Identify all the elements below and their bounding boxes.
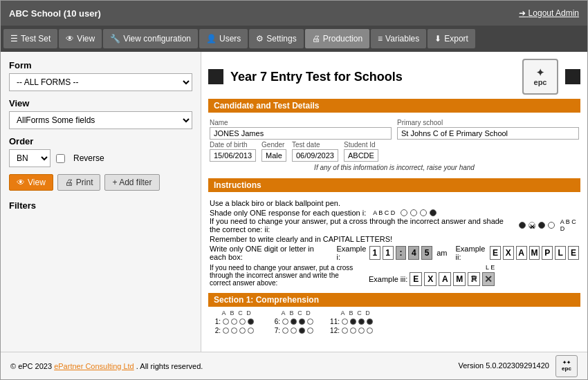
footer-left: © ePC 2023 ePartner Consulting Ltd . All…	[10, 362, 203, 370]
q2-num: 2:	[208, 327, 221, 334]
bubbles-i	[401, 209, 437, 216]
ex2-a: A	[516, 246, 527, 260]
am-text: am	[437, 249, 447, 257]
q1-num: 1:	[208, 318, 221, 325]
student-id-label: Student Id	[344, 141, 378, 149]
example-i-row: Write only ONE digit or letter in each b…	[210, 245, 579, 261]
nav-users[interactable]: 👤 Users	[199, 29, 248, 48]
ex2-x: X	[503, 246, 514, 260]
q11-b	[350, 319, 356, 325]
bubbles-ii: ✕	[519, 222, 555, 229]
gender-label: Gender	[261, 141, 286, 149]
nav-export[interactable]: ⬇ Export	[428, 29, 475, 48]
order-select[interactable]: BN	[9, 149, 50, 167]
content-area: Form -- ALL FORMS -- View AllForms Some …	[1, 52, 587, 352]
q1-c	[239, 319, 246, 325]
nav-bar: ☰ Test Set 👁 View 🔧 View configuration 👤…	[1, 26, 587, 52]
ex2-e: E	[490, 246, 501, 260]
candidate-section-header: Candidate and Test Details	[208, 99, 580, 113]
bubble-b	[410, 209, 417, 216]
nav-settings[interactable]: ⚙ Settings	[249, 29, 303, 48]
company-link[interactable]: ePartner Consulting Ltd	[54, 362, 134, 370]
abcd-letters-i: A B C D	[373, 209, 395, 216]
q12-b	[350, 327, 356, 334]
nav-view-config[interactable]: 🔧 View configuration	[103, 29, 198, 48]
q2-row: 2:	[208, 327, 254, 334]
q7-c	[299, 327, 305, 334]
digit-2: 1	[383, 246, 394, 260]
name-row: Name JONES James Primary school St Johns…	[210, 119, 579, 140]
form-select[interactable]: -- ALL FORMS --	[9, 73, 192, 91]
logout-icon: ➜	[519, 8, 526, 18]
print-button[interactable]: 🖨 Print	[57, 174, 101, 191]
logout-button[interactable]: ➜ Logout Admin	[519, 8, 579, 18]
q6-d	[307, 319, 313, 325]
variables-icon: ≡	[378, 34, 383, 44]
instr5-text: Write only ONE digit or letter in each b…	[210, 245, 330, 261]
primary-school-value: St Johns C of E Primary School	[397, 127, 579, 140]
footer: © ePC 2023 ePartner Consulting Ltd . All…	[1, 352, 587, 379]
ex3-m: M	[453, 272, 466, 286]
rights-text: . All rights reserved.	[136, 362, 203, 370]
ex3-cross: ✕	[482, 272, 495, 286]
gender-value: Male	[261, 149, 286, 162]
ex3-x: X	[424, 272, 437, 286]
preview-header: Year 7 Entry Test for Schools ✦ epc	[208, 59, 580, 95]
student-id-value: ABCDE	[344, 149, 378, 162]
right-panel: Year 7 Entry Test for Schools ✦ epc Cand…	[201, 52, 587, 352]
q11-row: 11:	[327, 318, 373, 325]
instr4: Remember to write clearly and in CAPITAL…	[210, 235, 579, 243]
nav-production[interactable]: 🖨 Production	[305, 29, 369, 48]
q12-d	[367, 327, 373, 334]
q7-num: 7:	[268, 327, 280, 334]
print-icon: 🖨	[312, 34, 320, 44]
q2-d	[248, 327, 254, 334]
bubble-d	[430, 209, 437, 216]
bubble-c	[420, 209, 427, 216]
bubble-a	[401, 209, 407, 216]
black-square-left	[208, 69, 223, 84]
q12-c	[358, 327, 365, 334]
ex2-l: L	[555, 246, 566, 260]
q11-d	[367, 319, 373, 325]
comp-col-2: A B C D 6: 7:	[268, 310, 313, 334]
reverse-checkbox[interactable]	[56, 154, 65, 163]
ex2-p: P	[542, 246, 553, 260]
instr6-text: If you need to change your answer, put a…	[210, 264, 362, 287]
digit-4: 4	[408, 246, 419, 260]
q2-c	[239, 327, 246, 334]
bubble-ii-a	[519, 222, 526, 229]
instructions-section-header: Instructions	[208, 178, 580, 192]
export-icon: ⬇	[434, 34, 441, 44]
instr2-text: Shade only ONE response for each questio…	[210, 209, 366, 217]
filters-label: Filters	[9, 200, 192, 211]
q6-num: 6:	[268, 318, 280, 325]
example-i-label: Example i:	[336, 245, 367, 261]
example-iii: L E Example iii: E X A M ✕P	[369, 264, 495, 287]
ex3-a: A	[439, 272, 451, 286]
q6-row: 6:	[268, 318, 313, 325]
name-label: Name	[210, 119, 392, 126]
eye-icon: 👁	[66, 34, 74, 44]
view-select[interactable]: AllForms Some fields	[9, 111, 192, 129]
epc-logo: ✦ epc	[522, 59, 558, 95]
add-filter-button[interactable]: + Add filter	[104, 174, 159, 191]
nav-view[interactable]: 👁 View	[59, 29, 102, 48]
dob-row: Date of birth 15/06/2013 Gender Male Tes…	[210, 141, 579, 162]
q6-c	[299, 319, 305, 325]
q2-b	[231, 327, 237, 334]
digit-5: 5	[421, 246, 432, 260]
bubble-ii-c	[538, 222, 545, 229]
comp-col-3: A B C D 11: 12:	[327, 310, 373, 334]
primary-school-label: Primary school	[397, 119, 579, 126]
q12-a	[342, 327, 348, 334]
users-icon: 👤	[206, 34, 217, 44]
nav-test-set[interactable]: ☰ Test Set	[3, 29, 57, 48]
preview-title: Year 7 Entry Test for Schools	[230, 70, 515, 84]
order-label: Order	[9, 136, 192, 146]
abcd-header-1: A B C D	[221, 310, 254, 316]
view-button[interactable]: 👁 View	[9, 174, 53, 191]
q11-num: 11:	[327, 318, 340, 325]
nav-variables[interactable]: ≡ Variables	[371, 29, 426, 48]
app-title: ABC School (10 user)	[9, 8, 101, 19]
